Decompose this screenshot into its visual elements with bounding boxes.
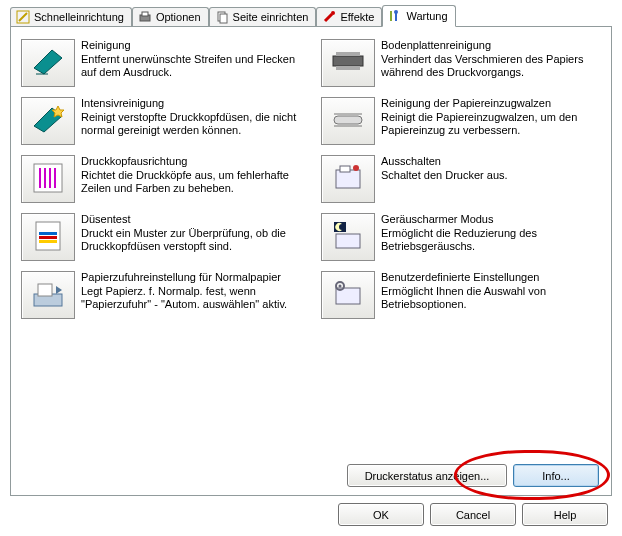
entry-paper-source: Papierzufuhreinstellung für Normalpapier… bbox=[21, 271, 301, 319]
entry-desc: Reinigt verstopfte Druckkopfdüsen, die n… bbox=[81, 111, 301, 137]
printer-properties-dialog: Schnelleinrichtung Optionen Seite einric… bbox=[4, 4, 618, 532]
svg-rect-33 bbox=[336, 170, 360, 188]
tab-label: Seite einrichten bbox=[233, 11, 309, 23]
entry-title: Geräuscharmer Modus bbox=[381, 213, 601, 226]
cleaning-button[interactable] bbox=[21, 39, 75, 87]
printer-icon bbox=[138, 10, 152, 24]
tab-options[interactable]: Optionen bbox=[132, 7, 209, 27]
svg-rect-37 bbox=[336, 234, 360, 248]
entry-title: Düsentest bbox=[81, 213, 301, 226]
entry-desc: Schaltet den Drucker aus. bbox=[381, 169, 508, 182]
info-button[interactable]: Info... bbox=[513, 464, 599, 487]
ok-button[interactable]: OK bbox=[338, 503, 424, 526]
power-off-button[interactable] bbox=[321, 155, 375, 203]
maintenance-panel: Reinigung Entfernt unerwünschte Streifen… bbox=[10, 26, 612, 496]
pages-icon bbox=[215, 10, 229, 24]
svg-rect-3 bbox=[142, 12, 148, 16]
tab-label: Effekte bbox=[340, 11, 374, 23]
svg-rect-5 bbox=[220, 14, 227, 23]
platen-icon bbox=[328, 44, 368, 82]
tab-label: Optionen bbox=[156, 11, 201, 23]
paper-source-button[interactable] bbox=[21, 271, 75, 319]
entry-roller-cleaning: Reinigung der Papiereinzugwalzen Reinigt… bbox=[321, 97, 601, 145]
svg-rect-22 bbox=[39, 236, 57, 239]
left-column: Reinigung Entfernt unerwünschte Streifen… bbox=[21, 39, 301, 319]
test-page-icon bbox=[28, 218, 68, 256]
svg-rect-29 bbox=[336, 66, 360, 70]
entry-desc: Druckt ein Muster zur Überprüfung, ob di… bbox=[81, 227, 301, 253]
svg-point-10 bbox=[394, 10, 398, 14]
tab-effects[interactable]: Effekte bbox=[316, 7, 382, 27]
help-button[interactable]: Help bbox=[522, 503, 608, 526]
bottom-plate-button[interactable] bbox=[321, 39, 375, 87]
entry-text: Druckkopfausrichtung Richtet die Druckkö… bbox=[81, 155, 301, 203]
entry-text: Geräuscharmer Modus Ermöglicht die Reduz… bbox=[381, 213, 601, 261]
entry-text: Papierzufuhreinstellung für Normalpapier… bbox=[81, 271, 301, 319]
head-alignment-button[interactable] bbox=[21, 155, 75, 203]
nozzle-check-button[interactable] bbox=[21, 213, 75, 261]
wand-icon bbox=[16, 10, 30, 24]
entry-desc: Ermöglicht Ihnen die Auswahl von Betrieb… bbox=[381, 285, 601, 311]
svg-line-1 bbox=[19, 13, 27, 21]
entry-desc: Verhindert das Verschmieren des Papiers … bbox=[381, 53, 601, 79]
entry-head-alignment: Druckkopfausrichtung Richtet die Druckkö… bbox=[21, 155, 301, 203]
entry-power-off: Ausschalten Schaltet den Drucker aus. bbox=[321, 155, 601, 203]
night-printer-icon bbox=[328, 218, 368, 256]
svg-rect-15 bbox=[34, 164, 62, 192]
svg-rect-27 bbox=[333, 56, 363, 66]
squeegee-shine-icon bbox=[28, 102, 68, 140]
dialog-footer: OK Cancel Help bbox=[338, 503, 608, 526]
entry-bottom-plate: Bodenplattenreinigung Verhindert das Ver… bbox=[321, 39, 601, 87]
entry-text: Bodenplattenreinigung Verhindert das Ver… bbox=[381, 39, 601, 87]
tab-maintenance[interactable]: Wartung bbox=[382, 5, 455, 27]
deep-cleaning-button[interactable] bbox=[21, 97, 75, 145]
cancel-button[interactable]: Cancel bbox=[430, 503, 516, 526]
entry-desc: Legt Papierz. f. Normalp. fest, wenn "Pa… bbox=[81, 285, 301, 311]
svg-marker-11 bbox=[34, 50, 62, 74]
entry-text: Ausschalten Schaltet den Drucker aus. bbox=[381, 155, 508, 203]
entry-title: Druckkopfausrichtung bbox=[81, 155, 301, 168]
tools-icon bbox=[388, 9, 402, 23]
svg-rect-30 bbox=[334, 116, 362, 124]
entry-desc: Reinigt die Papiereinzugwalzen, um den P… bbox=[381, 111, 601, 137]
svg-marker-26 bbox=[56, 286, 62, 294]
entry-title: Intensivreinigung bbox=[81, 97, 301, 110]
entry-title: Benutzerdefinierte Einstellungen bbox=[381, 271, 601, 284]
tab-label: Wartung bbox=[406, 10, 447, 22]
svg-rect-25 bbox=[38, 284, 52, 296]
entry-nozzle-check: Düsentest Druckt ein Muster zur Überprüf… bbox=[21, 213, 301, 261]
entry-title: Ausschalten bbox=[381, 155, 508, 168]
roller-icon bbox=[328, 102, 368, 140]
entry-text: Reinigung der Papiereinzugwalzen Reinigt… bbox=[381, 97, 601, 145]
maintenance-columns: Reinigung Entfernt unerwünschte Streifen… bbox=[21, 39, 601, 319]
printer-status-button[interactable]: Druckerstatus anzeigen... bbox=[347, 464, 507, 487]
entry-desc: Ermöglicht die Reduzierung des Betriebsg… bbox=[381, 227, 601, 253]
printer-off-icon bbox=[328, 160, 368, 198]
paper-tray-icon bbox=[28, 276, 68, 314]
entry-title: Bodenplattenreinigung bbox=[381, 39, 601, 52]
quiet-mode-button[interactable] bbox=[321, 213, 375, 261]
entry-text: Intensivreinigung Reinigt verstopfte Dru… bbox=[81, 97, 301, 145]
svg-rect-28 bbox=[336, 52, 360, 56]
svg-rect-21 bbox=[39, 232, 57, 235]
entry-deep-cleaning: Intensivreinigung Reinigt verstopfte Dru… bbox=[21, 97, 301, 145]
svg-rect-34 bbox=[340, 166, 350, 172]
tab-page-setup[interactable]: Seite einrichten bbox=[209, 7, 317, 27]
entry-quiet-mode: Geräuscharmer Modus Ermöglicht die Reduz… bbox=[321, 213, 601, 261]
entry-desc: Entfernt unerwünschte Streifen und Fleck… bbox=[81, 53, 301, 79]
brush-icon bbox=[322, 10, 336, 24]
entry-text: Düsentest Druckt ein Muster zur Überprüf… bbox=[81, 213, 301, 261]
entry-title: Papierzufuhreinstellung für Normalpapier bbox=[81, 271, 301, 284]
entry-cleaning: Reinigung Entfernt unerwünschte Streifen… bbox=[21, 39, 301, 87]
custom-settings-button[interactable] bbox=[321, 271, 375, 319]
svg-point-35 bbox=[353, 165, 359, 171]
roller-cleaning-button[interactable] bbox=[321, 97, 375, 145]
entry-custom-settings: Benutzerdefinierte Einstellungen Ermögli… bbox=[321, 271, 601, 319]
entry-title: Reinigung bbox=[81, 39, 301, 52]
tab-label: Schnelleinrichtung bbox=[34, 11, 124, 23]
printer-gear-icon bbox=[328, 276, 368, 314]
entry-title: Reinigung der Papiereinzugwalzen bbox=[381, 97, 601, 110]
alignment-bars-icon bbox=[28, 160, 68, 198]
tab-quick-setup[interactable]: Schnelleinrichtung bbox=[10, 7, 132, 27]
svg-line-6 bbox=[325, 14, 332, 21]
